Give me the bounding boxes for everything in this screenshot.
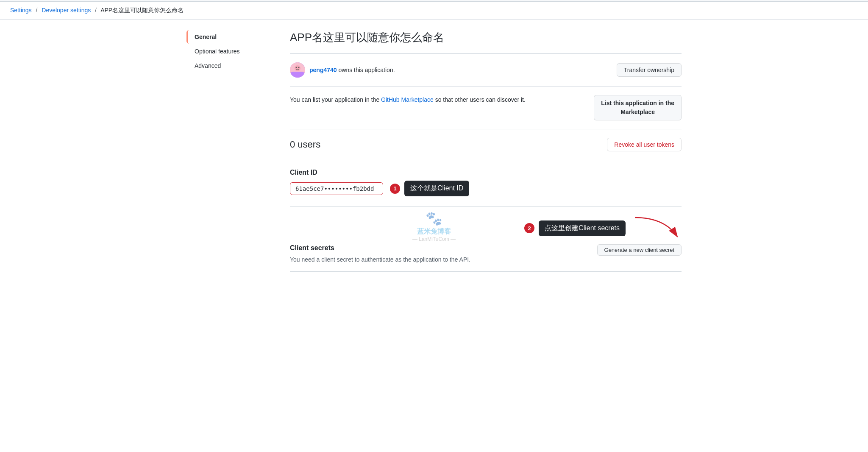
svg-point-1 [295,65,300,71]
svg-rect-4 [290,72,305,78]
client-id-field: 61ae5ce7••••••••fb2bdd [290,182,383,195]
svg-point-2 [296,67,297,68]
annotation-tooltip-2: 点这里创建Client secrets [539,220,626,236]
generate-client-secret-button[interactable]: Generate a new client secret [597,244,682,256]
breadcrumb-settings[interactable]: Settings [10,7,32,14]
breadcrumb: Settings / Developer settings / APP名这里可以… [0,2,868,20]
annotation-circle-2: 2 [524,223,534,233]
divider-2 [290,86,682,86]
transfer-ownership-button[interactable]: Transfer ownership [617,63,682,77]
owner-info: peng4740 owns this application. [290,62,395,78]
client-id-label: Client ID [290,169,682,176]
client-id-section: Client ID 61ae5ce7••••••••fb2bdd 1 这个就是C… [290,169,682,196]
client-secrets-annotation: 2 点这里创建Client secrets [524,220,626,236]
sidebar-item-general[interactable]: General [186,30,280,44]
client-secrets-left: Client secrets You need a client secret … [290,244,470,263]
marketplace-text-after: so that other users can discover it. [434,96,526,103]
divider-5 [290,206,682,207]
client-secrets-header-row: Client secrets You need a client secret … [290,244,682,263]
sidebar-item-advanced[interactable]: Advanced [186,59,280,73]
arrow-container [631,215,682,241]
divider-3 [290,129,682,129]
breadcrumb-sep-1: / [36,7,37,14]
users-count: 0 users [290,139,320,150]
breadcrumb-app-name: APP名这里可以随意你怎么命名 [100,7,184,14]
divider-4 [290,160,682,160]
avatar [290,62,305,78]
owner-link[interactable]: peng4740 [309,67,337,73]
sidebar: General Optional features Advanced [186,30,280,280]
marketplace-text-before: You can list your application in the [290,96,381,103]
owner-text: peng4740 owns this application. [309,67,395,73]
annotation-tooltip-1: 这个就是Client ID [404,181,469,196]
app-title: APP名这里可以随意你怎么命名 [290,30,682,45]
sidebar-item-optional-features[interactable]: Optional features [186,45,280,58]
users-row: 0 users Revoke all user tokens [290,138,682,151]
page-layout: General Optional features Advanced APP名这… [180,20,688,290]
client-id-annotation: 1 这个就是Client ID [390,181,469,196]
svg-point-3 [298,67,300,68]
main-content: APP名这里可以随意你怎么命名 peng4740 own [290,30,682,280]
breadcrumb-developer-settings[interactable]: Developer settings [42,7,91,14]
marketplace-row: You can list your application in the Git… [290,95,682,120]
list-marketplace-label-line1: List this application in the [601,100,674,106]
client-id-row: 61ae5ce7••••••••fb2bdd 1 这个就是Client ID [290,181,682,196]
arrow-icon [631,215,682,241]
owns-text: owns this application. [337,67,395,73]
list-in-marketplace-button[interactable]: List this application in the Marketplace [594,95,682,120]
divider-6 [290,271,682,272]
marketplace-text: You can list your application in the Git… [290,95,584,104]
owner-row: peng4740 owns this application. Transfer… [290,62,682,78]
marketplace-link[interactable]: GitHub Marketplace [381,96,434,103]
client-secrets-label: Client secrets [290,244,470,252]
list-marketplace-label-line2: Marketplace [620,109,655,115]
revoke-all-tokens-button[interactable]: Revoke all user tokens [607,138,682,151]
breadcrumb-sep-2: / [95,7,97,14]
client-secrets-section: 2 点这里创建Client secrets [290,215,682,263]
annotation-circle-1: 1 [390,184,400,194]
annotation-2-row: 2 点这里创建Client secrets [290,215,682,241]
client-secrets-desc: You need a client secret to authenticate… [290,256,470,263]
divider-1 [290,53,682,54]
